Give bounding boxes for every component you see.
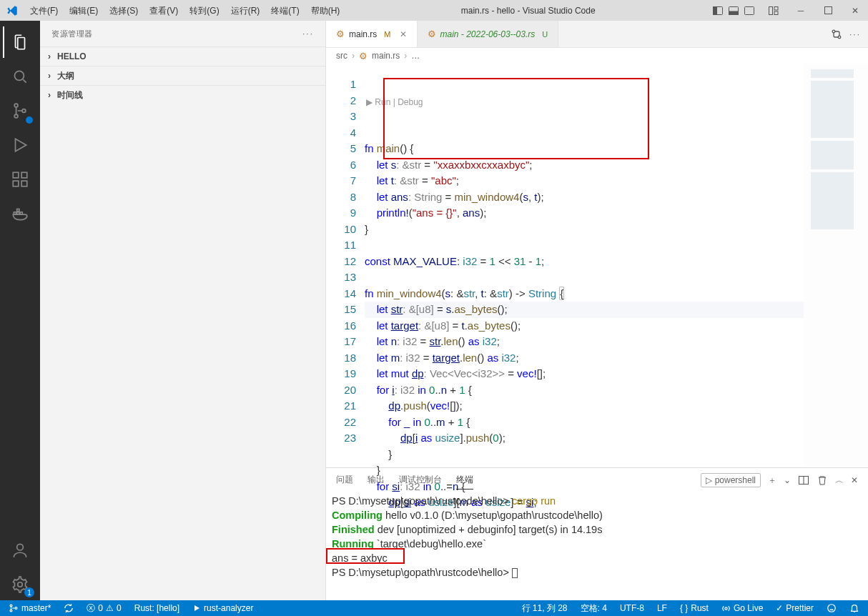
line-number: 11 (326, 237, 356, 254)
layout-bottom-icon[interactable] (726, 4, 741, 18)
svg-point-29 (15, 607, 17, 610)
status-go-live[interactable]: Go Live (719, 603, 766, 613)
activity-extensions[interactable] (3, 164, 37, 195)
code-line[interactable]: const MAX_VALUE: i32 = 1 << 31 - 1; (365, 254, 804, 270)
code-line[interactable]: println!("ans = {}", ans); (365, 205, 804, 222)
status-language[interactable]: { }Rust (677, 603, 711, 613)
code-line[interactable]: for i: i32 in 0..n + 1 { (365, 382, 804, 399)
code-editor[interactable]: 1234567891011121314151617181920212223 ▶ … (326, 64, 868, 467)
sidebar-more-icon[interactable]: ··· (302, 29, 314, 39)
svg-point-31 (828, 605, 836, 612)
code-line[interactable]: for _ in 0..m + 1 { (365, 414, 804, 431)
activity-explorer[interactable] (3, 26, 37, 58)
code-line[interactable]: let target: &[u8] = t.as_bytes(); (365, 318, 804, 334)
menu-item[interactable]: 运行(R) (225, 1, 266, 21)
code-line[interactable]: } (365, 222, 804, 238)
line-number: 1 (326, 76, 356, 93)
code-line[interactable]: let n: i32 = str.len() as i32; (365, 334, 804, 350)
code-line[interactable]: let str: &[u8] = s.as_bytes(); (365, 302, 804, 318)
svg-rect-8 (824, 7, 832, 14)
status-encoding[interactable]: UTF-8 (617, 603, 647, 613)
layout-left-icon[interactable] (711, 4, 725, 18)
layout-right-icon[interactable] (742, 4, 756, 18)
git-modified-badge: M (384, 30, 390, 39)
status-bell-icon[interactable] (847, 603, 862, 613)
editor-tab[interactable]: ⚙main - 2022-06-03--03.rsU (418, 21, 559, 47)
code-line[interactable]: } (365, 462, 804, 479)
svg-rect-3 (729, 11, 739, 15)
code-line[interactable]: let m: i32 = target.len() as i32; (365, 350, 804, 367)
sidebar-section[interactable]: ›大纲 (40, 66, 325, 85)
code-line[interactable]: let ans: String = min_window4(s, t); (365, 189, 804, 206)
menu-item[interactable]: 选择(S) (104, 1, 144, 21)
code-content[interactable]: ▶ Run | Debug fn main() { let s: &str = … (365, 64, 804, 467)
status-rust-target[interactable]: Rust: [hello] (132, 603, 182, 613)
menu-item[interactable]: 编辑(E) (64, 1, 104, 21)
kill-terminal-icon[interactable] (817, 475, 828, 486)
git-compare-icon[interactable] (831, 29, 842, 40)
window-close-button[interactable]: ✕ (848, 4, 862, 18)
code-line[interactable] (365, 237, 804, 254)
code-line[interactable]: dp.push(vec![]); (365, 398, 804, 414)
crumb-src[interactable]: src (336, 51, 347, 61)
status-spaces[interactable]: 空格: 4 (578, 602, 610, 615)
menu-item[interactable]: 帮助(H) (305, 1, 346, 21)
code-line[interactable]: dp[i as usize].push(0); (365, 430, 804, 447)
crumb-file[interactable]: main.rs (372, 51, 400, 61)
minimap[interactable] (804, 64, 868, 467)
panel-close-icon[interactable]: ✕ (851, 475, 858, 485)
code-line[interactable]: let t: &str = "abc"; (365, 173, 804, 189)
title-bar-right: ─ ✕ (711, 4, 862, 18)
status-eol[interactable]: LF (654, 603, 670, 613)
tab-actions-more-icon[interactable]: ··· (849, 29, 861, 39)
editor-tab[interactable]: ⚙main.rsM✕ (326, 21, 418, 47)
line-number: 20 (326, 382, 356, 399)
breadcrumb[interactable]: src › ⚙ main.rs › … (326, 48, 868, 64)
status-rust-analyzer[interactable]: rust-analyzer (189, 603, 256, 613)
activity-source-control[interactable] (3, 95, 37, 126)
layout-customize-icon[interactable] (766, 4, 781, 18)
menu-item[interactable]: 查看(V) (144, 1, 184, 21)
settings-badge: 1 (24, 587, 34, 597)
activity-settings[interactable]: 1 (3, 569, 37, 600)
code-line[interactable]: let mut dp: Vec<Vec<i32>> = vec![]; (365, 366, 804, 382)
sidebar-section-label: 大纲 (57, 70, 74, 82)
status-feedback-icon[interactable] (824, 603, 839, 613)
status-sync[interactable] (61, 603, 77, 613)
window-maximize-button[interactable] (821, 4, 835, 18)
line-number: 16 (326, 318, 356, 334)
crumb-more[interactable]: … (411, 51, 420, 61)
panel-tab[interactable]: 问题 (336, 471, 353, 490)
activity-run-debug[interactable] (3, 129, 37, 161)
activity-accounts[interactable] (3, 535, 37, 566)
panel-maximize-icon[interactable]: ︿ (835, 475, 844, 487)
menu-item[interactable]: 文件(F) (24, 1, 64, 21)
sidebar-section[interactable]: ›HELLO (40, 46, 325, 66)
line-number: 4 (326, 125, 356, 141)
status-ln-col[interactable]: 行 11, 列 28 (519, 602, 571, 615)
sidebar-section[interactable]: ›时间线 (40, 85, 325, 104)
app-menu: 文件(F)编辑(E)选择(S)查看(V)转到(G)运行(R)终端(T)帮助(H) (24, 1, 345, 21)
explorer-sidebar: 资源管理器 ··· ›HELLO›大纲›时间线 (40, 21, 326, 600)
window-minimize-button[interactable]: ─ (794, 4, 808, 18)
status-problems[interactable]: ⓧ0 ⚠0 (84, 602, 124, 615)
chevron-right-icon: › (44, 90, 54, 100)
svg-point-24 (838, 36, 841, 39)
svg-point-22 (18, 582, 23, 587)
line-number: 5 (326, 141, 356, 157)
menu-item[interactable]: 转到(G) (184, 1, 225, 21)
close-tab-icon[interactable]: ✕ (400, 29, 407, 39)
activity-docker[interactable] (3, 198, 37, 229)
code-line[interactable]: } (365, 447, 804, 463)
code-line[interactable]: fn min_window4(s: &str, t: &str) -> Stri… (365, 286, 804, 302)
line-number: 2 (326, 93, 356, 109)
activity-search[interactable] (3, 61, 37, 92)
menu-item[interactable]: 终端(T) (265, 1, 305, 21)
status-git-branch[interactable]: master* (6, 603, 54, 613)
code-line[interactable] (365, 269, 804, 286)
sidebar-section-label: HELLO (57, 51, 87, 61)
svg-point-28 (10, 610, 12, 612)
svg-rect-20 (17, 209, 19, 212)
terminal-content[interactable]: PS D:\mysetup\gopath\rustcode\hello> car… (326, 492, 868, 600)
status-prettier[interactable]: ✓Prettier (773, 603, 817, 613)
